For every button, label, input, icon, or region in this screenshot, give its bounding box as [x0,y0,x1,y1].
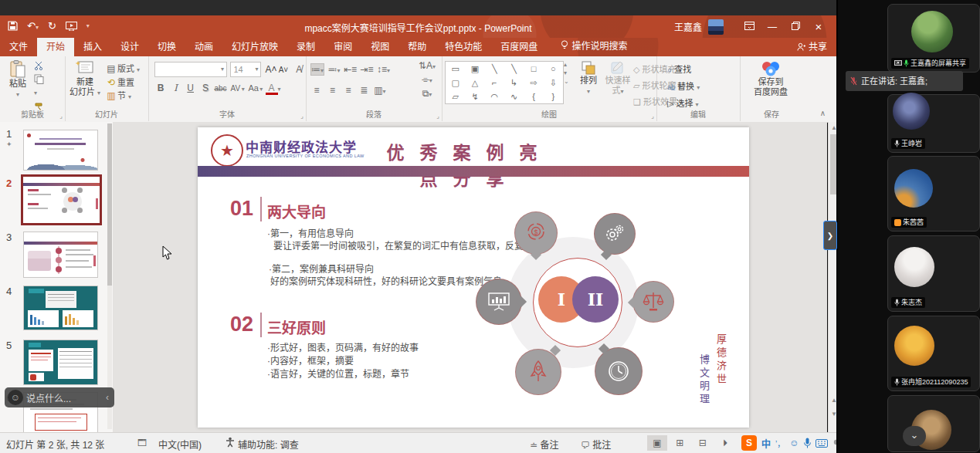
shape-12[interactable]: ▱ [452,92,458,102]
tab-file[interactable]: 文件 [0,38,37,56]
paste-button[interactable]: 粘贴▾ [5,60,31,100]
increase-indent-button[interactable]: ⇥≡ [360,64,373,75]
shape-5[interactable]: ○ [551,64,556,73]
shape-11[interactable]: ⇩ [550,78,557,88]
ime-punct-icon[interactable]: ’， [775,438,785,449]
shape-9[interactable]: ↳ [510,78,517,88]
columns-button[interactable]: ▥▾ [374,85,386,96]
sidebar-collapse-button[interactable]: ⌄ [903,426,926,446]
satellite-gears[interactable] [594,213,636,255]
tab-slideshow[interactable]: 幻灯片放映 [222,38,287,56]
section1-bullet2[interactable]: ·第二，案例兼具科研导向 好的案例研究体现科研性，好的科研论文要具有案例气息 [269,263,502,288]
font-size-combo[interactable]: 14▾ [230,62,261,77]
replace-button[interactable]: ab̲ 替换 ▾ [667,79,700,92]
tab-baidu-netdisk[interactable]: 百度网盘 [491,38,547,56]
participant-tile-2[interactable]: 王峥岩 [887,94,980,153]
slide-thumb-4[interactable] [23,286,98,330]
restore-button[interactable] [784,22,807,32]
slide-thumb-1[interactable] [23,130,98,171]
satellite-scale[interactable] [632,281,674,323]
sogou-logo-icon[interactable]: S [741,435,757,451]
view-sorter-icon[interactable]: ⊞ [670,435,690,451]
account-name[interactable]: 王嘉鑫 [674,20,702,33]
section1-bullet1[interactable]: ·第一，有用信息导向 要让评委第一时间被吸引，在繁复的词汇中有信息获取，反复刺激 [267,228,542,252]
ime-emoji-icon[interactable]: ☺ [789,438,799,448]
shape-10[interactable]: ⇨ [530,78,537,88]
chat-emoji-icon[interactable]: ☺ [8,390,23,405]
participant-tile-share[interactable]: 王嘉鑫的屏幕共享 [887,4,980,73]
shape-7[interactable]: △ [472,78,478,88]
numbering-button[interactable]: ≕▾ [327,64,340,75]
layout-button[interactable]: ▤版式 ▾ [105,63,140,76]
smartart-button[interactable]: ⧉▾ [419,88,436,99]
view-slideshow-icon[interactable]: ⏵ [715,435,735,451]
new-slide-button[interactable]: 新建幻灯片 ▾ [68,60,102,98]
shape-16[interactable]: { [532,92,535,101]
participant-tile-5[interactable]: 张冉旭202112090235 [887,316,980,391]
chat-collapse-icon[interactable]: ‹ [106,392,109,403]
comments-toggle[interactable]: 🗩 批注 [581,438,611,451]
text-direction-button[interactable]: ⇅A▾ [419,60,436,71]
ribbon-display-options-icon[interactable] [738,22,761,32]
share-button[interactable]: 共享 [797,38,827,56]
collapse-ribbon-button[interactable]: ∧ [820,109,826,117]
tab-animations[interactable]: 动画 [185,38,222,56]
shadow-button[interactable]: S [199,83,212,93]
slide-counter[interactable]: 幻灯片 第 2 张, 共 12 张 [6,438,104,451]
strikethrough-button[interactable]: abc [214,84,226,93]
font-name-combo[interactable]: ▾ [154,62,227,77]
participant-tile-3[interactable]: 朱茜茜 [887,156,980,232]
line-spacing-button[interactable]: ↕≡▾ [377,64,390,75]
shape-17[interactable]: } [551,92,554,101]
view-reading-icon[interactable]: ⊟ [693,435,713,451]
meeting-chat-bar[interactable]: ☺ 说点什么... ‹ [5,387,114,407]
shape-2[interactable]: ╲ [492,64,497,74]
italic-button[interactable]: I [169,83,181,93]
chat-input-placeholder[interactable]: 说点什么... [26,391,71,404]
copy-icon[interactable]: ▾ [34,74,45,98]
thumbnail-scrollbar[interactable] [107,123,112,429]
tab-transitions[interactable]: 切换 [148,38,185,56]
align-text-button[interactable]: ⌯▾ [419,74,436,85]
shrink-font-icon[interactable]: A˅ [277,66,290,74]
align-left-button[interactable]: ≡ [310,85,323,96]
tab-insert[interactable]: 插入 [74,38,111,56]
font-dialog-launcher[interactable]: ⌟ [300,113,303,120]
slide-thumb-2-selected[interactable] [21,174,102,225]
section1-heading[interactable]: 两大导向 [267,201,326,221]
tab-view[interactable]: 视图 [361,38,398,56]
clear-format-icon[interactable]: A̸ [293,64,305,75]
tab-review[interactable]: 审阅 [324,38,361,56]
venn-circle-right[interactable]: II [572,276,619,323]
notes-toggle[interactable]: ≐ 备注 [530,438,558,451]
shape-scroll[interactable]: ▴▾⌄ [564,61,569,85]
ime-mic-icon[interactable] [804,438,811,448]
save-to-baidu-button[interactable]: 保存到百度网盘 [748,60,794,97]
find-button[interactable]: ⌕ 查找 [667,63,700,75]
change-case-button[interactable]: Aa [247,83,259,93]
view-normal-icon[interactable]: ▣ [647,435,667,451]
paragraph-dialog-launcher[interactable]: ⌟ [436,113,439,120]
justify-button[interactable]: ≣ [358,85,370,96]
decrease-indent-button[interactable]: ⇤≡ [344,64,357,75]
shape-4[interactable]: □ [531,64,537,73]
minimize-button[interactable]: — [761,22,784,32]
align-right-button[interactable]: ≡ [342,85,354,96]
shape-8[interactable]: ⌐ [492,78,497,87]
shape-3[interactable]: ╲ [511,64,517,74]
drawing-dialog-launcher[interactable]: ⌟ [651,113,654,120]
satellite-presentation[interactable] [476,279,522,325]
bold-button[interactable]: B [154,83,167,93]
tell-me-search[interactable]: 操作说明搜索 [561,39,628,52]
grow-font-icon[interactable]: A˄ [265,64,277,75]
align-center-button[interactable]: ≡ [326,85,338,96]
char-spacing-button[interactable]: AV [229,84,242,93]
section-button[interactable]: ▥节 ▾ [105,90,140,103]
cut-icon[interactable] [34,61,45,70]
section1-number[interactable]: 01 [230,197,253,221]
slide-title[interactable]: 优 秀 案 例 亮 点 分 享 [375,138,553,191]
account-avatar[interactable] [708,19,724,35]
satellite-rocket[interactable] [515,349,561,395]
shape-15[interactable]: ∿ [510,92,517,102]
quick-styles-button[interactable]: 快速样式▾ [602,60,633,96]
